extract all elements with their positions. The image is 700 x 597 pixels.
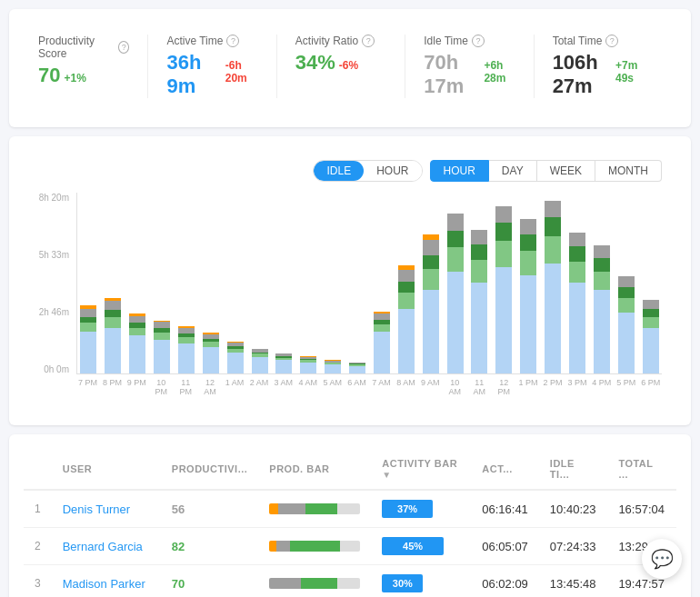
bar-segment — [154, 322, 170, 328]
row-score: 70 — [161, 565, 259, 598]
x-label: 5 AM — [321, 378, 344, 396]
bar-group — [322, 193, 345, 373]
stat-item-total-time: Total Time ? 106h 27m +7m 49s — [535, 35, 662, 98]
col-header-2: PROD. BAR — [258, 449, 371, 490]
prod-bar-segment — [340, 541, 360, 552]
stat-label: Idle Time ? — [424, 35, 515, 47]
table-row: 2Bernard Garcia8245%06:05:0707:24:3313:2… — [24, 528, 676, 565]
x-labels-row: 7 PM8 PM9 PM10 PM11 PM12 AM1 AM2 AM3 AM4… — [76, 378, 662, 396]
stat-item-active-time: Active Time ? 36h 9m -6h 20m — [148, 35, 276, 98]
bar-group — [224, 193, 246, 373]
help-icon[interactable]: ? — [226, 35, 239, 47]
bar-group — [199, 193, 222, 373]
bar-segment — [618, 298, 635, 313]
user-link[interactable]: Denis Turner — [63, 502, 130, 516]
row-activity-bar: 30% — [371, 565, 471, 598]
row-name[interactable]: Bernard Garcia — [52, 528, 161, 565]
bar-segment — [105, 310, 121, 317]
bar-group — [346, 193, 369, 373]
help-icon[interactable]: ? — [362, 35, 375, 47]
bar-segment — [594, 245, 610, 257]
bar-segment — [569, 233, 585, 246]
bar-segment — [447, 214, 464, 230]
stat-label: Productivity Score ? — [38, 35, 129, 60]
table-card: USERPRODUCTIVI...PROD. BARACTIVITY BAR ▼… — [9, 434, 691, 597]
x-label: 1 AM — [224, 378, 246, 396]
bar-group — [102, 193, 125, 373]
table-body: 1Denis Turner5637%06:16:4110:40:2316:57:… — [24, 490, 676, 597]
bar-segment — [105, 328, 121, 373]
col-header-0: USER — [52, 449, 161, 490]
user-link[interactable]: Madison Parker — [63, 577, 145, 591]
bar-group — [639, 193, 662, 373]
bar-group — [297, 193, 320, 373]
prod-bar-segment — [301, 578, 337, 589]
view-btn-day[interactable]: DAY — [489, 160, 537, 182]
bar-segment — [643, 328, 659, 373]
bar-segment — [495, 241, 512, 267]
help-icon[interactable]: ? — [472, 35, 485, 47]
bar-segment — [545, 217, 561, 236]
bar-segment — [569, 283, 585, 373]
x-label: 5 PM — [615, 378, 637, 396]
chat-button[interactable]: 💬 — [642, 539, 682, 579]
stat-value: 36h 9m -6h 20m — [166, 51, 257, 98]
table-row: 3Madison Parker7030%06:02:0913:45:4819:4… — [24, 565, 676, 598]
row-name[interactable]: Madison Parker — [52, 565, 161, 598]
x-label: 6 PM — [639, 378, 662, 396]
bar-segment — [374, 313, 390, 320]
x-label: 12 PM — [493, 378, 515, 396]
stat-change: +7m 49s — [615, 59, 644, 85]
user-link[interactable]: Bernard Garcia — [63, 540, 143, 553]
stat-label: Activity Ratio ? — [295, 35, 386, 47]
x-label: 1 PM — [517, 378, 540, 396]
row-activity-bar: 37% — [371, 490, 471, 528]
bar-segment — [80, 317, 96, 323]
prod-bar-segment — [269, 503, 278, 514]
bar-segment — [569, 246, 585, 262]
bar-segment — [129, 335, 145, 373]
bar-segment — [471, 230, 487, 245]
bar-segment — [325, 364, 341, 373]
bar-segment — [495, 267, 512, 373]
users-table: USERPRODUCTIVI...PROD. BARACTIVITY BAR ▼… — [24, 449, 676, 597]
x-label: 7 PM — [76, 378, 99, 396]
table-header-row: USERPRODUCTIVI...PROD. BARACTIVITY BAR ▼… — [24, 449, 676, 490]
bar-segment — [349, 366, 365, 373]
view-btn-week[interactable]: WEEK — [537, 160, 595, 182]
prod-bar-segment — [278, 503, 305, 514]
view-btn-hour[interactable]: HOUR — [430, 160, 489, 182]
x-label: 3 PM — [565, 378, 588, 396]
bar-group — [77, 193, 100, 373]
bar-group — [444, 193, 466, 373]
row-prod-bar — [258, 490, 371, 528]
filter-btn-hour[interactable]: HOUR — [364, 161, 421, 181]
chart-bars — [76, 193, 662, 374]
bar-segment — [129, 316, 145, 323]
col-header-3[interactable]: ACTIVITY BAR ▼ — [371, 449, 471, 490]
help-icon[interactable]: ? — [605, 35, 618, 47]
prod-bar-segment — [269, 578, 301, 589]
bar-group — [175, 193, 198, 373]
bar-segment — [423, 269, 439, 290]
bar-segment — [80, 309, 96, 316]
table-section: USERPRODUCTIVI...PROD. BARACTIVITY BAR ▼… — [24, 449, 676, 597]
bar-segment — [495, 223, 512, 241]
bar-segment — [398, 293, 415, 309]
help-icon[interactable]: ? — [118, 41, 129, 54]
bar-segment — [447, 272, 464, 374]
chart-card: IDLEHOUR HOURDAYWEEKMONTH 8h 20m 5h 33m … — [9, 136, 691, 425]
prod-bar-segment — [290, 541, 340, 552]
row-idle-time: 10:40:23 — [539, 490, 608, 528]
prod-bar-segment — [337, 578, 360, 589]
bar-segment — [520, 275, 536, 373]
row-name[interactable]: Denis Turner — [52, 490, 161, 528]
bar-segment — [643, 309, 659, 316]
row-activity-bar: 45% — [371, 528, 471, 565]
bar-segment — [227, 353, 244, 373]
filter-btn-idle[interactable]: IDLE — [314, 161, 364, 181]
bar-segment — [594, 258, 610, 272]
bar-segment — [618, 287, 635, 298]
view-btn-month[interactable]: MONTH — [595, 160, 662, 182]
chart-wrapper: 8h 20m 5h 33m 2h 46m 0h 0m 7 PM8 PM9 PM1… — [38, 193, 662, 396]
